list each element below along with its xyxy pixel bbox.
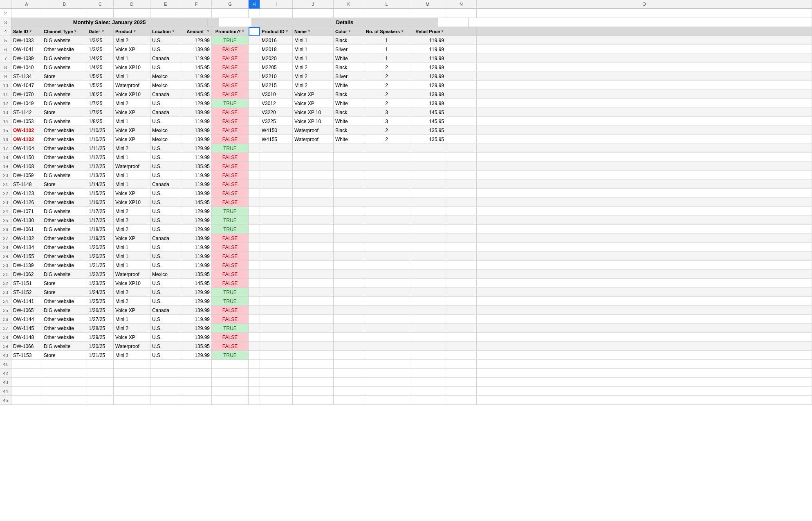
location-33[interactable]: U.S. — [150, 288, 181, 296]
no-speakers-det-33[interactable] — [364, 288, 409, 296]
amount-37[interactable]: 129.99 — [181, 324, 212, 332]
B-45[interactable] — [42, 396, 87, 404]
O-5[interactable] — [477, 36, 812, 45]
amount-5[interactable]: 129.99 — [181, 36, 212, 45]
product-id-det-12[interactable]: V3012 — [260, 99, 293, 108]
retail-price-det-12[interactable]: 139.99 — [409, 99, 446, 108]
date-15[interactable]: 1/10/25 — [87, 126, 114, 135]
O-26[interactable] — [477, 225, 812, 234]
sale-id-29[interactable]: OW-1155 — [11, 252, 42, 260]
amount-9[interactable]: 119.99 — [181, 72, 212, 81]
promotion-18[interactable]: FALSE — [212, 153, 249, 162]
channel-8[interactable]: DIG website — [42, 63, 87, 72]
product-27[interactable]: Voice XP — [114, 234, 150, 243]
amount-39[interactable]: 135.95 — [181, 342, 212, 350]
amount-25[interactable]: 129.99 — [181, 216, 212, 225]
promotion-11[interactable]: FALSE — [212, 90, 249, 99]
H-37[interactable] — [249, 324, 260, 332]
promotion-13[interactable]: FALSE — [212, 108, 249, 117]
sale-id-23[interactable]: OW-1126 — [11, 198, 42, 207]
H-42[interactable] — [249, 369, 260, 377]
promotion-34[interactable]: TRUE — [212, 297, 249, 305]
F-41[interactable] — [181, 360, 212, 368]
N-40[interactable] — [446, 351, 477, 359]
L-42[interactable] — [364, 369, 409, 377]
name-det-23[interactable] — [293, 198, 334, 207]
H-19[interactable] — [249, 162, 260, 171]
color-det-39[interactable] — [334, 342, 364, 350]
N-12[interactable] — [446, 99, 477, 108]
location-14[interactable]: U.S. — [150, 117, 181, 126]
retail-price-det-6[interactable]: 119.99 — [409, 45, 446, 54]
H-5[interactable] — [249, 36, 260, 45]
product-25[interactable]: Mini 2 — [114, 216, 150, 225]
C-43[interactable] — [87, 378, 114, 386]
header-no-speakers[interactable]: No. of Speakers ▼ — [364, 27, 409, 36]
date-16[interactable]: 1/10/25 — [87, 135, 114, 144]
promotion-31[interactable]: FALSE — [212, 270, 249, 278]
G-45[interactable] — [212, 396, 249, 404]
channel-17[interactable]: Other website — [42, 144, 87, 153]
color-det-37[interactable] — [334, 324, 364, 332]
name-det-26[interactable] — [293, 225, 334, 234]
date-11[interactable]: 1/6/25 — [87, 90, 114, 99]
C-41[interactable] — [87, 360, 114, 368]
product-id-det-28[interactable] — [260, 243, 293, 252]
date-39[interactable]: 1/30/25 — [87, 342, 114, 350]
location-15[interactable]: Mexico — [150, 126, 181, 135]
color-det-24[interactable] — [334, 207, 364, 216]
color-det-40[interactable] — [334, 351, 364, 359]
col-H-header[interactable]: H — [249, 0, 260, 9]
channel-21[interactable]: Store — [42, 180, 87, 189]
location-38[interactable]: U.S. — [150, 333, 181, 341]
product-id-det-13[interactable]: V3220 — [260, 108, 293, 117]
amount-35[interactable]: 139.99 — [181, 306, 212, 314]
D-43[interactable] — [114, 378, 150, 386]
N-42[interactable] — [446, 369, 477, 377]
G-42[interactable] — [212, 369, 249, 377]
no-speakers-det-12[interactable]: 2 — [364, 99, 409, 108]
retail-price-det-7[interactable]: 119.99 — [409, 54, 446, 63]
name-filter[interactable]: ▼ — [307, 29, 311, 33]
channel-10[interactable]: Other website — [42, 81, 87, 90]
product-id-det-29[interactable] — [260, 252, 293, 260]
location-19[interactable]: U.S. — [150, 162, 181, 171]
promotion-30[interactable]: FALSE — [212, 261, 249, 269]
channel-7[interactable]: DIG website — [42, 54, 87, 63]
product-23[interactable]: Voice XP10 — [114, 198, 150, 207]
product-21[interactable]: Mini 1 — [114, 180, 150, 189]
H-43[interactable] — [249, 378, 260, 386]
H-8[interactable] — [249, 63, 260, 72]
amount-18[interactable]: 119.99 — [181, 153, 212, 162]
color-det-34[interactable] — [334, 297, 364, 305]
name-det-12[interactable]: Voice XP — [293, 99, 334, 108]
promotion-28[interactable]: FALSE — [212, 243, 249, 252]
H-33[interactable] — [249, 288, 260, 296]
no-speakers-det-11[interactable]: 2 — [364, 90, 409, 99]
location-25[interactable]: U.S. — [150, 216, 181, 225]
promotion-25[interactable]: TRUE — [212, 216, 249, 225]
name-det-34[interactable] — [293, 297, 334, 305]
col-C-header[interactable]: C — [87, 0, 114, 9]
D-45[interactable] — [114, 396, 150, 404]
I-43[interactable] — [260, 378, 293, 386]
color-det-31[interactable] — [334, 270, 364, 278]
retail-price-det-9[interactable]: 129.99 — [409, 72, 446, 81]
sale-id-25[interactable]: OW-1130 — [11, 216, 42, 225]
H-14[interactable] — [249, 117, 260, 126]
no-speakers-det-35[interactable] — [364, 306, 409, 314]
promotion-39[interactable]: FALSE — [212, 342, 249, 350]
H-21[interactable] — [249, 180, 260, 189]
amount-16[interactable]: 139.99 — [181, 135, 212, 144]
name-det-15[interactable]: Waterproof — [293, 126, 334, 135]
name-det-38[interactable] — [293, 333, 334, 341]
color-det-25[interactable] — [334, 216, 364, 225]
no-speakers-det-29[interactable] — [364, 252, 409, 260]
location-27[interactable]: Canada — [150, 234, 181, 243]
sale-id-filter[interactable]: ▼ — [29, 29, 32, 33]
N-31[interactable] — [446, 270, 477, 278]
H-39[interactable] — [249, 342, 260, 350]
no-speakers-det-31[interactable] — [364, 270, 409, 278]
A-42[interactable] — [11, 369, 42, 377]
H-15[interactable] — [249, 126, 260, 135]
